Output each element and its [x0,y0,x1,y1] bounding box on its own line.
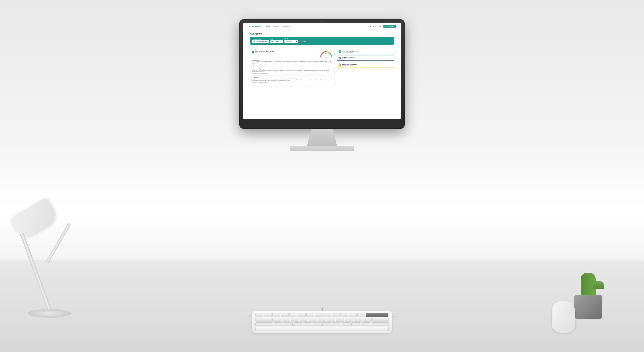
key [340,313,348,317]
result-name: Park View Bay Apartments [255,51,274,52]
list-item-2[interactable]: C Parque Vue Apartments San Francisco, C… [336,62,394,67]
logo-text: RentVision [252,25,262,27]
criteria-item-memorability: 2. Memorability 5.4/1.9/1 One or more of… [252,68,332,76]
key [315,313,323,317]
state-select[interactable]: California [284,40,298,43]
main-content: NameScore COMMUNITY NAME CITY [243,30,401,89]
key-row-3 [256,323,388,326]
key [327,318,335,322]
key-row-2 [256,318,388,322]
nav-resources[interactable]: Resources ▾ [283,25,291,27]
key [345,318,353,322]
list-item-0[interactable]: A Park View Bay Apartments San Francisco… [336,49,394,54]
imac-base [290,146,354,151]
search-icon: 🔍 [302,41,303,42]
result-location: San Francisco, California [255,52,274,54]
nav-about[interactable]: About ▾ [266,25,271,27]
chevron-right-icon-2: › [392,64,392,66]
city-label: CITY [270,39,283,40]
nav-links: About ▾ Solutions ▾ Resources ▾ [266,25,368,27]
key [372,318,388,322]
city-input[interactable] [270,40,283,43]
key-numpad [366,313,388,317]
nav-solutions[interactable]: Solutions ▾ [274,25,280,27]
imac-camera [321,21,323,22]
website-content: RentVision About ▾ Solutions ▾ Resources [243,23,401,119]
gauge-svg [320,51,332,58]
key [298,313,306,317]
login-button[interactable]: Login [378,26,381,27]
key [332,323,341,326]
key [256,313,264,317]
key-row-1 [256,313,388,317]
list-item-1[interactable]: B Park View Apartments San Francisco, Ca… [336,55,394,61]
list-score-0: A [338,50,341,53]
svg-line-0 [326,53,326,57]
call-button[interactable]: 📞 Call Us [370,26,376,27]
list-score-2: C [338,63,341,66]
criteria-item-uniqueness: 1. Uniqueness We've found three or more … [252,59,332,67]
key [318,318,326,322]
key [336,318,344,322]
nav-actions: 📞 Call Us Login Free Consultation [370,25,396,28]
key [312,323,322,326]
key [284,323,292,326]
key [342,323,351,326]
list-score-1: B [338,57,341,59]
result-list-panel: A Park View Bay Apartments San Francisco… [336,49,394,86]
key [291,318,299,322]
search-button[interactable]: 🔍 Search [300,40,309,43]
state-field: STATE California [284,38,298,43]
key [306,313,314,317]
keyboard-keys [256,313,388,331]
state-label: STATE [284,38,298,39]
criteria-list: 1. Uniqueness We've found three or more … [252,59,332,84]
list-name-location-1: Park View Apartments San Francisco, Cali… [342,57,356,59]
chevron-right-icon-0: › [392,51,392,52]
imac-stand [300,129,344,146]
key [354,318,362,322]
search-bar: COMMUNITY NAME CITY STATE California [250,37,394,45]
result-title: A Park View Bay Apartments San Francisco… [252,51,274,54]
key [272,313,280,317]
key-space [256,327,388,331]
community-name-label: COMMUNITY NAME [252,39,269,40]
logo-icon [248,25,251,27]
score-badge: A [252,51,254,53]
imac-screen-bezel: RentVision About ▾ Solutions ▾ Resources [239,19,405,129]
chevron-right-icon-1: › [392,57,392,59]
keyboard[interactable] [252,311,392,333]
result-name-location: Park View Bay Apartments San Francisco, … [255,51,274,54]
result-header: A Park View Bay Apartments San Francisco… [252,51,332,58]
list-name-location-2: Parque Vue Apartments San Francisco, Cal… [342,64,357,66]
key [324,313,332,317]
key [272,318,281,322]
key [274,323,283,326]
community-name-field: COMMUNITY NAME [252,39,269,43]
key [361,323,370,326]
criteria-item-location: 3. Location Good! Your community name in… [252,77,332,84]
community-name-input[interactable] [252,40,269,43]
item-bar-1 [337,60,394,61]
key [264,313,272,317]
key [303,323,312,326]
key [349,313,357,317]
navigation: RentVision About ▾ Solutions ▾ Resources [243,23,401,30]
city-field: CITY [270,39,283,43]
key [293,323,302,326]
disclaimer-text: All names scored with the English langua… [250,46,394,47]
mouse[interactable] [552,301,575,333]
namescore-logo: NameScore [250,32,394,35]
key [358,313,365,317]
key [309,318,317,322]
key [289,313,297,317]
item-bar-2 [337,67,394,67]
key [256,318,272,322]
key [300,318,308,322]
consultation-button[interactable]: Free Consultation [383,25,396,28]
lamp [8,206,90,318]
imac-computer: RentVision About ▾ Solutions ▾ Resources [239,19,405,151]
key [322,323,332,326]
svg-point-1 [326,57,326,58]
mouse-divider [554,315,573,315]
